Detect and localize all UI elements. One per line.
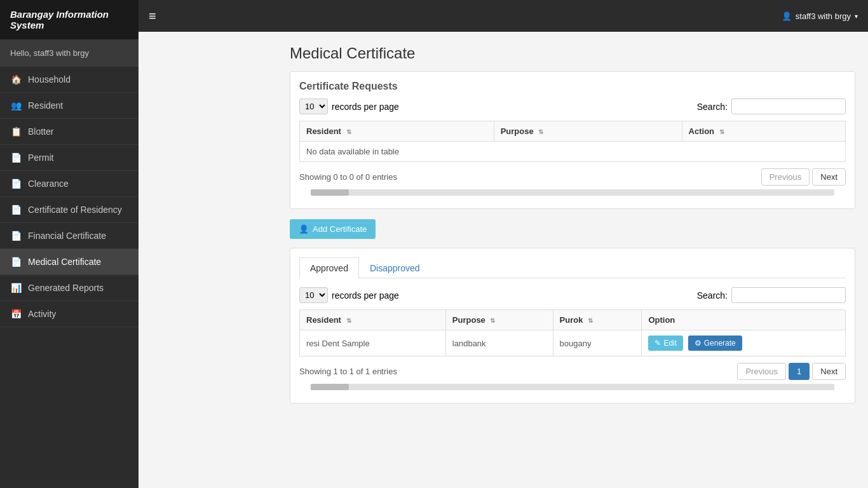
bottom-col-resident: Resident ⇅	[300, 310, 446, 330]
bottom-search-box: Search:	[697, 287, 846, 303]
sidebar-icon-medical-certificate: 📄	[10, 257, 22, 267]
cell-option: ✎ Edit ⚙ Generate	[642, 330, 846, 356]
sidebar: Barangay Information System Hello, staff…	[0, 0, 139, 488]
sort-icon-resident-b: ⇅	[346, 317, 351, 324]
sidebar-item-financial-certificate[interactable]: 📄 Financial Certificate	[0, 223, 139, 249]
approved-card: Approved Disapproved 10 25 50 records pe…	[290, 248, 855, 403]
generate-label: Generate	[704, 339, 736, 348]
sidebar-label-medical-certificate: Medical Certificate	[28, 257, 101, 267]
sidebar-label-certificate-of-residency: Certificate of Residency	[28, 205, 122, 215]
sidebar-label-activity: Activity	[28, 309, 56, 319]
top-next-button[interactable]: Next	[812, 168, 846, 186]
top-records-select[interactable]: 10 25 50	[299, 98, 328, 114]
tab-approved[interactable]: Approved	[299, 257, 359, 278]
top-scroll-bar[interactable]	[311, 189, 834, 196]
sort-icon-purok-b: ⇅	[588, 317, 593, 324]
add-certificate-button[interactable]: 👤 Add Certificate	[290, 219, 376, 239]
sidebar-label-blotter: Blotter	[28, 126, 53, 137]
bottom-col-option: Option	[642, 310, 846, 330]
topbar-user[interactable]: 👤 staff3 with brgy ▾	[782, 11, 858, 21]
sidebar-item-blotter[interactable]: 📋 Blotter	[0, 119, 139, 145]
main-content: Medical Certificate Certificate Requests…	[277, 32, 868, 488]
bottom-scroll-bar[interactable]	[311, 384, 834, 390]
sort-icon-action: ⇅	[719, 128, 724, 135]
sidebar-item-household[interactable]: 🏠 Household	[0, 67, 139, 93]
cell-purok: bougany	[553, 330, 642, 356]
sidebar-icon-financial-certificate: 📄	[10, 231, 22, 241]
certificate-requests-title: Certificate Requests	[299, 81, 846, 92]
top-records-label: records per page	[332, 102, 399, 112]
bottom-table: Resident ⇅ Purpose ⇅ Purok ⇅ Option	[299, 309, 846, 356]
sidebar-label-resident: Resident	[28, 100, 63, 111]
cell-purpose: landbank	[445, 330, 553, 356]
sidebar-icon-activity: 📅	[10, 309, 22, 319]
sidebar-label-financial-certificate: Financial Certificate	[28, 231, 106, 241]
topbar-username: staff3 with brgy	[796, 11, 851, 21]
bottom-table-controls: 10 25 50 records per page Search:	[299, 287, 846, 303]
top-col-action: Action ⇅	[682, 121, 845, 142]
sidebar-icon-permit: 📄	[10, 152, 22, 163]
sidebar-item-permit[interactable]: 📄 Permit	[0, 145, 139, 171]
edit-label: Edit	[663, 339, 677, 348]
top-search-box: Search:	[697, 98, 846, 114]
bottom-search-label: Search:	[697, 290, 728, 301]
bottom-prev-button[interactable]: Previous	[737, 363, 786, 380]
sidebar-icon-certificate-of-residency: 📄	[10, 205, 22, 215]
edit-button[interactable]: ✎ Edit	[648, 336, 683, 351]
bottom-search-input[interactable]	[731, 287, 846, 303]
cell-resident: resi Dent Sample	[300, 330, 446, 356]
sidebar-label-permit: Permit	[28, 152, 53, 163]
sort-icon-purpose: ⇅	[538, 128, 543, 135]
top-records-per-page: 10 25 50 records per page	[299, 98, 399, 114]
sidebar-label-generated-reports: Generated Reports	[28, 283, 104, 293]
add-certificate-label: Add Certificate	[313, 224, 367, 234]
sidebar-item-resident[interactable]: 👥 Resident	[0, 93, 139, 119]
sidebar-icon-generated-reports: 📊	[10, 283, 22, 293]
sidebar-item-activity[interactable]: 📅 Activity	[0, 301, 139, 327]
top-table: Resident ⇅ Purpose ⇅ Action ⇅ No data av…	[299, 121, 846, 162]
sidebar-greeting: Hello, staff3 with brgy	[0, 39, 139, 67]
top-search-input[interactable]	[731, 98, 846, 114]
sidebar-icon-resident: 👥	[10, 100, 22, 111]
bottom-page-1-button[interactable]: 1	[789, 363, 810, 380]
table-row: resi Dent Sample landbank bougany ✎ Edit…	[300, 330, 846, 356]
sidebar-brand: Barangay Information System	[0, 0, 139, 39]
sidebar-label-household: Household	[28, 74, 71, 85]
dropdown-arrow-icon: ▾	[855, 13, 858, 20]
bottom-showing-text: Showing 1 to 1 of 1 entries	[299, 367, 397, 376]
bottom-col-purpose: Purpose ⇅	[445, 310, 553, 330]
sidebar-icon-blotter: 📋	[10, 126, 22, 137]
top-prev-button[interactable]: Previous	[761, 168, 810, 186]
top-scroll-thumb	[311, 189, 349, 196]
hamburger-icon[interactable]: ≡	[149, 9, 156, 24]
bottom-scroll-wrapper	[299, 384, 846, 390]
generate-button[interactable]: ⚙ Generate	[688, 336, 742, 351]
top-table-controls: 10 25 50 records per page Search:	[299, 98, 846, 114]
sort-icon-resident: ⇅	[346, 128, 351, 135]
sidebar-item-certificate-of-residency[interactable]: 📄 Certificate of Residency	[0, 197, 139, 223]
bottom-col-purok: Purok ⇅	[553, 310, 642, 330]
generate-icon: ⚙	[695, 339, 702, 348]
bottom-pagination-row: Showing 1 to 1 of 1 entries Previous 1 N…	[299, 363, 846, 380]
sidebar-label-clearance: Clearance	[28, 179, 69, 189]
bottom-records-select[interactable]: 10 25 50	[299, 287, 328, 303]
sidebar-item-medical-certificate[interactable]: 📄 Medical Certificate	[0, 249, 139, 275]
sidebar-item-generated-reports[interactable]: 📊 Generated Reports	[0, 275, 139, 301]
sort-icon-purpose-b: ⇅	[490, 317, 495, 324]
top-col-purpose: Purpose ⇅	[494, 121, 682, 142]
top-col-resident: Resident ⇅	[300, 121, 494, 142]
edit-icon: ✎	[654, 339, 661, 348]
user-icon: 👤	[782, 11, 792, 21]
bottom-pagination-btns: Previous 1 Next	[737, 363, 846, 380]
bottom-next-button[interactable]: Next	[812, 363, 846, 380]
top-scroll-wrapper	[299, 189, 846, 196]
page-title: Medical Certificate	[290, 44, 855, 62]
tabs: Approved Disapproved	[299, 257, 846, 278]
sidebar-item-clearance[interactable]: 📄 Clearance	[0, 171, 139, 197]
bottom-records-per-page: 10 25 50 records per page	[299, 287, 399, 303]
no-data-message: No data available in table	[300, 142, 846, 162]
certificate-requests-card: Certificate Requests 10 25 50 records pe…	[290, 71, 855, 209]
tab-disapproved[interactable]: Disapproved	[359, 257, 431, 278]
top-pagination-btns: Previous Next	[761, 168, 846, 186]
bottom-records-label: records per page	[332, 290, 399, 301]
